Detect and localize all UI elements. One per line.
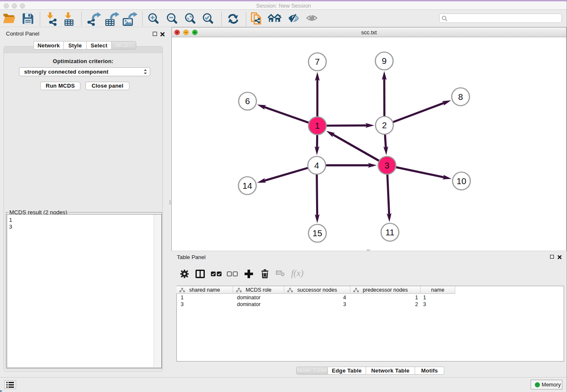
svg-text:11: 11	[385, 227, 394, 237]
svg-text:4: 4	[314, 160, 319, 170]
svg-text:3: 3	[385, 160, 389, 170]
svg-text:14: 14	[242, 181, 252, 190]
svg-text:9: 9	[382, 56, 386, 66]
svg-text:1: 1	[315, 121, 319, 130]
svg-text:7: 7	[315, 57, 319, 66]
svg-text:6: 6	[245, 96, 250, 106]
svg-text:10: 10	[457, 176, 466, 186]
svg-text:2: 2	[382, 120, 387, 130]
svg-text:15: 15	[313, 228, 322, 238]
svg-text:8: 8	[458, 92, 463, 102]
